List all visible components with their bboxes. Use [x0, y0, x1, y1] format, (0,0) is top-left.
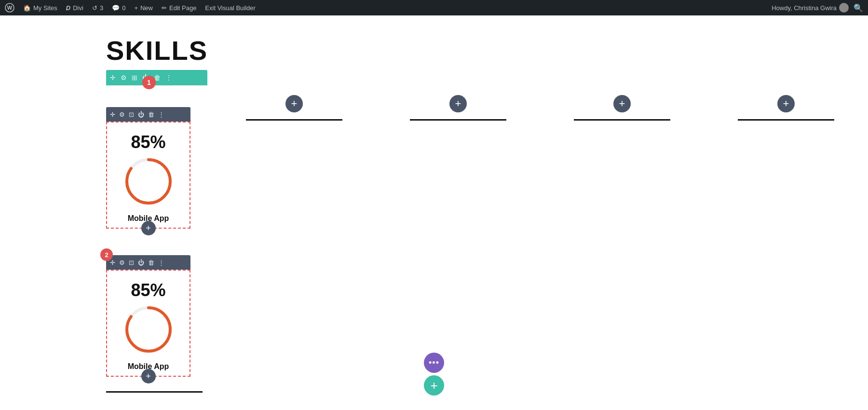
- row-settings-icon-2[interactable]: ⚙: [119, 259, 125, 266]
- row-delete-icon-1[interactable]: 🗑: [148, 111, 154, 118]
- edit-page-menu[interactable]: ✏ Edit Page: [162, 4, 196, 12]
- module-2-wrapper: 2 ✛ ⚙ ⊡ ⏻ 🗑 ⋮ 85%: [106, 255, 212, 377]
- col-placeholder-4: +: [540, 85, 704, 130]
- percent-1: 85%: [131, 132, 165, 152]
- circle-2: [122, 303, 175, 356]
- comments-count: 0: [122, 4, 125, 12]
- col-placeholder-3: +: [376, 85, 540, 130]
- row-toolbar-2: ✛ ⚙ ⊡ ⏻ 🗑 ⋮: [106, 255, 190, 270]
- my-sites-icon: 🏠: [23, 4, 31, 12]
- card-add-btn-1[interactable]: +: [141, 221, 156, 235]
- module-badge-2: 2: [100, 248, 113, 261]
- section-more-icon[interactable]: ⋮: [165, 74, 172, 82]
- admin-bar: W 🏠 My Sites D Divi ↺ 3 💬 0 + New ✏ Edit…: [0, 0, 868, 15]
- section-move-icon[interactable]: ✛: [110, 74, 116, 82]
- divi-menu[interactable]: D Divi: [66, 4, 83, 12]
- col-add-btn-4[interactable]: +: [613, 95, 631, 112]
- section-settings-icon[interactable]: ⚙: [121, 74, 127, 82]
- page-title: SKILLS: [106, 35, 868, 66]
- section-row: ✛ ⚙ ⊞ ⏻ 🗑 ⋮ 1 ✛ ⚙ ⊡ ⏻ 🗑 ⋮: [106, 85, 868, 393]
- comments-icon: 💬: [112, 4, 120, 12]
- my-sites-menu[interactable]: 🏠 My Sites: [23, 4, 57, 12]
- col-line-4: [574, 119, 670, 121]
- page-content: SKILLS ✛ ⚙ ⊞ ⏻ 🗑 ⋮ 1 ✛ ⚙ ⊡: [0, 15, 868, 393]
- floating-dots-button[interactable]: •••: [424, 353, 444, 373]
- exit-visual-builder-menu[interactable]: Exit Visual Builder: [205, 4, 256, 12]
- first-column: ✛ ⚙ ⊞ ⏻ 🗑 ⋮ 1 ✛ ⚙ ⊡ ⏻ 🗑 ⋮: [106, 85, 212, 393]
- col-add-btn-3[interactable]: +: [449, 95, 467, 112]
- col-add-btn-5[interactable]: +: [777, 95, 795, 112]
- search-icon: 🔍: [854, 3, 863, 13]
- revisions-menu[interactable]: ↺ 3: [92, 4, 103, 12]
- module-card-2: 85% Mobile App +: [106, 270, 190, 377]
- row-layout-icon-1[interactable]: ⊡: [129, 111, 134, 118]
- col-line-3: [410, 119, 506, 121]
- floating-buttons: ••• +: [424, 353, 444, 396]
- new-menu[interactable]: + New: [134, 4, 153, 12]
- add-label: +: [430, 378, 437, 393]
- section-toolbar: ✛ ⚙ ⊞ ⏻ 🗑 ⋮: [106, 70, 207, 85]
- row-settings-icon-1[interactable]: ⚙: [119, 111, 125, 118]
- col-placeholder-5: +: [704, 85, 868, 130]
- revisions-icon: ↺: [92, 4, 97, 12]
- col-line-2: [246, 119, 342, 121]
- floating-add-button[interactable]: +: [424, 375, 444, 396]
- divi-logo-icon: D: [66, 4, 70, 12]
- col-add-btn-2[interactable]: +: [285, 95, 303, 112]
- row-move-icon-2[interactable]: ✛: [110, 259, 115, 266]
- row-toggle-icon-1[interactable]: ⏻: [138, 111, 144, 118]
- row-delete-icon-2[interactable]: 🗑: [148, 259, 154, 266]
- my-sites-label: My Sites: [33, 4, 57, 12]
- divi-label: Divi: [73, 4, 83, 12]
- row-layout-icon-2[interactable]: ⊡: [129, 259, 134, 266]
- row-toolbar-1: ✛ ⚙ ⊡ ⏻ 🗑 ⋮: [106, 107, 190, 122]
- howdy-text: Howdy, Christina Gwira: [772, 4, 837, 12]
- howdy-user[interactable]: Howdy, Christina Gwira: [772, 3, 849, 13]
- wp-logo[interactable]: W: [5, 3, 14, 13]
- col-placeholder-2: +: [212, 85, 376, 130]
- circle-1: [122, 155, 175, 208]
- revisions-count: 3: [100, 4, 103, 12]
- user-avatar: [839, 3, 849, 13]
- percent-2: 85%: [131, 280, 165, 301]
- row-more-icon-2[interactable]: ⋮: [158, 259, 164, 266]
- comments-menu[interactable]: 💬 0: [112, 4, 125, 12]
- row-toggle-icon-2[interactable]: ⏻: [138, 259, 144, 266]
- col-line-5: [738, 119, 834, 121]
- section-bottom-line: [106, 391, 203, 393]
- row-more-icon-1[interactable]: ⋮: [158, 111, 164, 118]
- search-bar-button[interactable]: 🔍: [854, 3, 863, 13]
- new-label: New: [140, 4, 153, 12]
- module-card-1: 85% Mobile App +: [106, 122, 190, 229]
- section-badge-1: 1: [142, 76, 156, 89]
- module-1-wrapper: ✛ ⚙ ⊡ ⏻ 🗑 ⋮ 85% Mobile App: [106, 107, 212, 229]
- exit-label: Exit Visual Builder: [205, 4, 256, 12]
- row-move-icon-1[interactable]: ✛: [110, 111, 115, 118]
- new-icon: +: [134, 4, 138, 12]
- svg-text:W: W: [7, 5, 13, 11]
- card-add-btn-2[interactable]: +: [141, 369, 156, 383]
- section-layout-icon[interactable]: ⊞: [132, 74, 137, 82]
- edit-icon: ✏: [162, 4, 167, 12]
- dots-label: •••: [429, 358, 439, 368]
- edit-page-label: Edit Page: [169, 4, 196, 12]
